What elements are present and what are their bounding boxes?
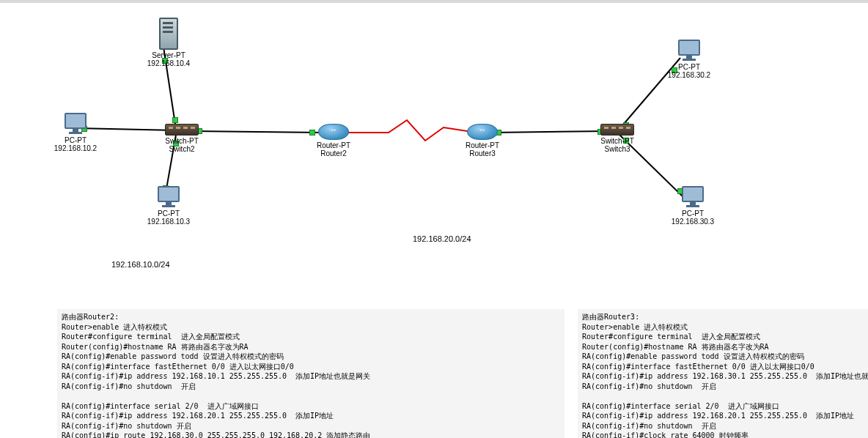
device-switch2[interactable]: Switch-PT Switch2 (160, 124, 204, 153)
config-router3: 路由器Router3: Router>enable 进入特权模式 Router#… (578, 309, 868, 438)
pc-icon (157, 186, 180, 208)
device-label: PC-PT (667, 209, 718, 218)
device-label: PC-PT (143, 209, 194, 218)
svg-line-3 (192, 131, 323, 133)
config-title: 路由器Router3: (582, 313, 639, 321)
device-router2[interactable]: Router-PT Router2 (312, 124, 356, 157)
device-label: Router-PT (312, 141, 356, 149)
pc-icon (64, 113, 87, 135)
device-sublabel: Switch3 (595, 145, 639, 153)
device-label: PC-PT (50, 136, 101, 144)
device-pc-30-3[interactable]: PC-PT 192.168.30.3 (667, 186, 718, 226)
device-ip: 192.168.10.2 (50, 144, 101, 152)
svg-line-4 (493, 131, 608, 133)
subnet-label-left: 192.168.10.0/24 (111, 260, 170, 269)
device-label: PC-PT (663, 63, 715, 71)
device-pc-10-2[interactable]: PC-PT 192.168.10.2 (50, 113, 101, 152)
device-label: Server-PT (147, 51, 191, 59)
device-label: Switch-PT (160, 137, 204, 145)
config-title: 路由器Router2: (62, 313, 119, 321)
subnet-label-mid: 192.168.20.0/24 (413, 234, 471, 243)
link-led (172, 117, 178, 123)
device-switch3[interactable]: Switch-PT Switch3 (595, 124, 639, 153)
device-ip: 192.168.30.2 (663, 71, 715, 79)
device-sublabel: Router3 (460, 149, 504, 157)
config-body: Router>enable 进入特权模式 Router#configure te… (582, 323, 868, 439)
router-icon (467, 124, 498, 140)
device-pc-30-2[interactable]: PC-PT 192.168.30.2 (663, 40, 715, 79)
device-server[interactable]: Server-PT 192.168.10.4 (147, 18, 191, 67)
topology-canvas[interactable]: Server-PT 192.168.10.4 PC-PT 192.168.10.… (0, 3, 868, 438)
switch-icon (165, 124, 199, 136)
pc-icon (677, 40, 701, 62)
device-sublabel: Switch2 (160, 145, 204, 153)
device-sublabel: Router2 (312, 149, 356, 157)
server-icon (159, 18, 178, 50)
device-label: Switch-PT (595, 137, 639, 145)
switch-icon (600, 124, 634, 136)
device-ip: 192.168.10.4 (147, 59, 191, 67)
pc-icon (681, 186, 705, 208)
device-pc-10-3[interactable]: PC-PT 192.168.10.3 (143, 186, 194, 226)
config-body: Router>enable 进入特权模式 Router#configure te… (62, 323, 551, 439)
device-ip: 192.168.10.3 (143, 218, 194, 226)
device-ip: 192.168.30.3 (667, 218, 718, 226)
device-router3[interactable]: Router-PT Router3 (460, 124, 504, 157)
router-icon (318, 124, 349, 140)
device-label: Router-PT (460, 141, 504, 149)
config-router2: 路由器Router2: Router>enable 进入特权模式 Router#… (57, 309, 564, 438)
